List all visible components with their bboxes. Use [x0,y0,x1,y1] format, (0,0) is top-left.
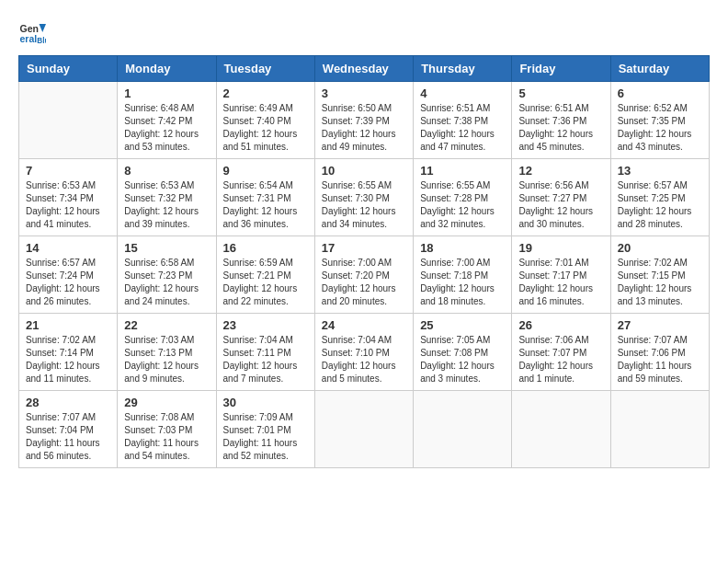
day-cell [610,391,709,468]
day-number: 26 [518,318,603,332]
day-number: 27 [618,318,702,332]
day-info: Sunrise: 7:09 AM Sunset: 7:01 PM Dayligh… [223,411,308,463]
day-cell: 25Sunrise: 7:05 AM Sunset: 7:08 PM Dayli… [414,314,512,391]
day-cell: 19Sunrise: 7:01 AM Sunset: 7:17 PM Dayli… [512,236,610,314]
day-info: Sunrise: 6:53 AM Sunset: 7:32 PM Dayligh… [124,179,209,231]
header-row: SundayMondayTuesdayWednesdayThursdayFrid… [19,56,710,82]
page-header: Gen eral Blue [18,18,710,46]
column-header-tuesday: Tuesday [216,56,314,82]
day-info: Sunrise: 6:57 AM Sunset: 7:25 PM Dayligh… [618,179,702,231]
day-number: 5 [518,86,603,100]
day-cell: 20Sunrise: 7:02 AM Sunset: 7:15 PM Dayli… [610,236,709,314]
day-cell: 17Sunrise: 7:00 AM Sunset: 7:20 PM Dayli… [314,236,413,314]
day-cell: 22Sunrise: 7:03 AM Sunset: 7:13 PM Dayli… [118,314,216,391]
day-cell [512,391,610,468]
day-cell: 10Sunrise: 6:55 AM Sunset: 7:30 PM Dayli… [314,159,413,236]
day-info: Sunrise: 6:56 AM Sunset: 7:27 PM Dayligh… [518,179,603,231]
day-cell: 23Sunrise: 7:04 AM Sunset: 7:11 PM Dayli… [216,314,314,391]
day-info: Sunrise: 6:55 AM Sunset: 7:28 PM Dayligh… [420,179,505,231]
day-number: 21 [26,318,110,332]
column-header-sunday: Sunday [19,56,118,82]
svg-marker-2 [40,24,47,32]
day-number: 6 [618,86,702,100]
day-cell: 7Sunrise: 6:53 AM Sunset: 7:34 PM Daylig… [19,159,118,236]
day-cell: 11Sunrise: 6:55 AM Sunset: 7:28 PM Dayli… [414,159,512,236]
column-header-thursday: Thursday [414,56,512,82]
day-cell: 2Sunrise: 6:49 AM Sunset: 7:40 PM Daylig… [216,82,314,159]
day-info: Sunrise: 7:02 AM Sunset: 7:14 PM Dayligh… [26,334,110,385]
day-info: Sunrise: 6:51 AM Sunset: 7:36 PM Dayligh… [518,102,603,154]
day-info: Sunrise: 7:07 AM Sunset: 7:04 PM Dayligh… [26,411,110,463]
day-number: 11 [420,164,505,178]
day-cell: 9Sunrise: 6:54 AM Sunset: 7:31 PM Daylig… [216,159,314,236]
day-number: 13 [618,164,702,178]
day-number: 29 [124,396,209,409]
day-cell [414,391,512,468]
day-info: Sunrise: 6:52 AM Sunset: 7:35 PM Dayligh… [618,102,702,154]
day-number: 7 [26,164,110,178]
day-number: 19 [518,241,603,255]
day-number: 1 [124,86,209,100]
day-cell: 21Sunrise: 7:02 AM Sunset: 7:14 PM Dayli… [19,314,118,391]
day-number: 4 [420,86,505,100]
day-number: 28 [26,396,110,409]
day-info: Sunrise: 6:50 AM Sunset: 7:39 PM Dayligh… [322,102,406,154]
week-row-1: 1Sunrise: 6:48 AM Sunset: 7:42 PM Daylig… [19,82,710,159]
day-cell: 18Sunrise: 7:00 AM Sunset: 7:18 PM Dayli… [414,236,512,314]
day-info: Sunrise: 7:04 AM Sunset: 7:11 PM Dayligh… [223,334,308,385]
logo-icon: Gen eral Blue [18,18,46,46]
day-info: Sunrise: 7:01 AM Sunset: 7:17 PM Dayligh… [518,257,603,308]
day-number: 9 [223,164,308,178]
day-cell: 4Sunrise: 6:51 AM Sunset: 7:38 PM Daylig… [414,82,512,159]
column-header-wednesday: Wednesday [314,56,413,82]
day-cell [19,82,118,159]
week-row-3: 14Sunrise: 6:57 AM Sunset: 7:24 PM Dayli… [19,236,710,314]
day-info: Sunrise: 6:55 AM Sunset: 7:30 PM Dayligh… [322,179,406,231]
day-cell: 8Sunrise: 6:53 AM Sunset: 7:32 PM Daylig… [118,159,216,236]
day-cell: 5Sunrise: 6:51 AM Sunset: 7:36 PM Daylig… [512,82,610,159]
calendar-header: SundayMondayTuesdayWednesdayThursdayFrid… [19,56,710,82]
calendar-body: 1Sunrise: 6:48 AM Sunset: 7:42 PM Daylig… [19,82,710,468]
day-info: Sunrise: 6:58 AM Sunset: 7:23 PM Dayligh… [124,257,209,308]
day-cell: 26Sunrise: 7:06 AM Sunset: 7:07 PM Dayli… [512,314,610,391]
day-info: Sunrise: 7:08 AM Sunset: 7:03 PM Dayligh… [124,411,209,463]
day-number: 30 [223,396,308,409]
day-cell: 3Sunrise: 6:50 AM Sunset: 7:39 PM Daylig… [314,82,413,159]
day-number: 23 [223,318,308,332]
day-cell: 6Sunrise: 6:52 AM Sunset: 7:35 PM Daylig… [610,82,709,159]
week-row-2: 7Sunrise: 6:53 AM Sunset: 7:34 PM Daylig… [19,159,710,236]
day-info: Sunrise: 6:49 AM Sunset: 7:40 PM Dayligh… [223,102,308,154]
calendar-table: SundayMondayTuesdayWednesdayThursdayFrid… [18,55,710,468]
column-header-saturday: Saturday [610,56,709,82]
day-number: 15 [124,241,209,255]
day-cell: 12Sunrise: 6:56 AM Sunset: 7:27 PM Dayli… [512,159,610,236]
day-info: Sunrise: 7:00 AM Sunset: 7:20 PM Dayligh… [322,257,406,308]
day-number: 20 [618,241,702,255]
day-number: 10 [322,164,406,178]
day-cell: 29Sunrise: 7:08 AM Sunset: 7:03 PM Dayli… [118,391,216,468]
day-cell: 28Sunrise: 7:07 AM Sunset: 7:04 PM Dayli… [19,391,118,468]
day-cell: 15Sunrise: 6:58 AM Sunset: 7:23 PM Dayli… [118,236,216,314]
day-cell: 30Sunrise: 7:09 AM Sunset: 7:01 PM Dayli… [216,391,314,468]
day-info: Sunrise: 6:54 AM Sunset: 7:31 PM Dayligh… [223,179,308,231]
day-number: 24 [322,318,406,332]
week-row-5: 28Sunrise: 7:07 AM Sunset: 7:04 PM Dayli… [19,391,710,468]
day-number: 2 [223,86,308,100]
column-header-monday: Monday [118,56,216,82]
day-info: Sunrise: 6:48 AM Sunset: 7:42 PM Dayligh… [124,102,209,154]
day-info: Sunrise: 6:53 AM Sunset: 7:34 PM Dayligh… [26,179,110,231]
day-info: Sunrise: 6:59 AM Sunset: 7:21 PM Dayligh… [223,257,308,308]
day-info: Sunrise: 7:00 AM Sunset: 7:18 PM Dayligh… [420,257,505,308]
week-row-4: 21Sunrise: 7:02 AM Sunset: 7:14 PM Dayli… [19,314,710,391]
day-number: 22 [124,318,209,332]
day-cell [314,391,413,468]
day-cell: 27Sunrise: 7:07 AM Sunset: 7:06 PM Dayli… [610,314,709,391]
day-number: 3 [322,86,406,100]
day-cell: 14Sunrise: 6:57 AM Sunset: 7:24 PM Dayli… [19,236,118,314]
day-number: 18 [420,241,505,255]
day-info: Sunrise: 7:06 AM Sunset: 7:07 PM Dayligh… [518,334,603,385]
day-info: Sunrise: 7:07 AM Sunset: 7:06 PM Dayligh… [618,334,702,385]
day-info: Sunrise: 7:04 AM Sunset: 7:10 PM Dayligh… [322,334,406,385]
svg-text:Blue: Blue [37,37,46,45]
day-cell: 13Sunrise: 6:57 AM Sunset: 7:25 PM Dayli… [610,159,709,236]
